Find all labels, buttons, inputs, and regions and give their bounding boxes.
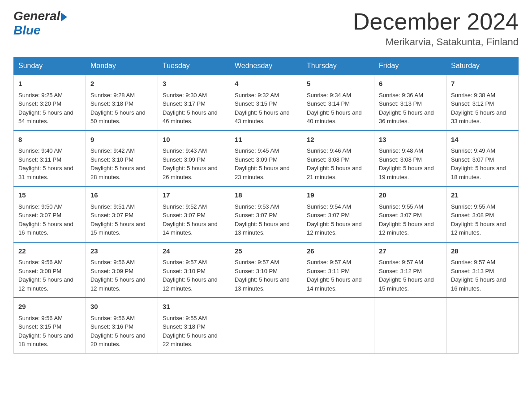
- day-number: 6: [379, 79, 442, 89]
- day-number: 30: [90, 302, 153, 312]
- day-info: Sunrise: 9:43 AMSunset: 3:09 PMDaylight:…: [163, 146, 225, 181]
- day-cell-16: 16Sunrise: 9:51 AMSunset: 3:07 PMDayligh…: [86, 186, 158, 242]
- day-number: 22: [18, 246, 81, 257]
- day-cell-1: 1Sunrise: 9:25 AMSunset: 3:20 PMDaylight…: [14, 75, 86, 131]
- logo-general-text: General: [13, 9, 60, 23]
- day-number: 3: [163, 79, 225, 89]
- column-header-sunday: Sunday: [14, 57, 86, 75]
- day-info: Sunrise: 9:57 AMSunset: 3:11 PMDaylight:…: [307, 258, 369, 293]
- day-cell-28: 28Sunrise: 9:57 AMSunset: 3:13 PMDayligh…: [446, 242, 519, 298]
- day-cell-6: 6Sunrise: 9:36 AMSunset: 3:13 PMDaylight…: [374, 75, 446, 131]
- title-block: December 2024 Merikarvia, Satakunta, Fin…: [353, 9, 519, 48]
- week-row-2: 8Sunrise: 9:40 AMSunset: 3:11 PMDaylight…: [14, 131, 519, 187]
- day-info: Sunrise: 9:57 AMSunset: 3:10 PMDaylight:…: [163, 258, 225, 293]
- week-row-3: 15Sunrise: 9:50 AMSunset: 3:07 PMDayligh…: [14, 186, 519, 242]
- day-cell-29: 29Sunrise: 9:56 AMSunset: 3:15 PMDayligh…: [14, 298, 86, 353]
- day-info: Sunrise: 9:57 AMSunset: 3:10 PMDaylight:…: [235, 258, 297, 293]
- day-number: 16: [90, 190, 153, 201]
- empty-cell: [230, 298, 302, 353]
- day-number: 14: [451, 135, 514, 145]
- day-info: Sunrise: 9:54 AMSunset: 3:07 PMDaylight:…: [307, 202, 369, 237]
- day-info: Sunrise: 9:30 AMSunset: 3:17 PMDaylight:…: [163, 91, 225, 126]
- day-number: 9: [90, 135, 153, 145]
- day-cell-15: 15Sunrise: 9:50 AMSunset: 3:07 PMDayligh…: [14, 186, 86, 242]
- day-info: Sunrise: 9:56 AMSunset: 3:16 PMDaylight:…: [90, 314, 153, 349]
- day-info: Sunrise: 9:40 AMSunset: 3:11 PMDaylight:…: [18, 146, 81, 181]
- logo: General Blue: [13, 9, 67, 38]
- calendar-table: SundayMondayTuesdayWednesdayThursdayFrid…: [13, 57, 519, 354]
- column-header-thursday: Thursday: [302, 57, 374, 75]
- day-number: 29: [18, 302, 81, 312]
- day-cell-5: 5Sunrise: 9:34 AMSunset: 3:14 PMDaylight…: [302, 75, 374, 131]
- day-number: 24: [163, 246, 225, 257]
- day-number: 1: [18, 79, 81, 89]
- day-info: Sunrise: 9:49 AMSunset: 3:07 PMDaylight:…: [451, 146, 514, 181]
- day-number: 26: [307, 246, 369, 257]
- day-cell-9: 9Sunrise: 9:42 AMSunset: 3:10 PMDaylight…: [86, 131, 158, 187]
- day-cell-20: 20Sunrise: 9:55 AMSunset: 3:07 PMDayligh…: [374, 186, 446, 242]
- day-cell-7: 7Sunrise: 9:38 AMSunset: 3:12 PMDaylight…: [446, 75, 519, 131]
- day-info: Sunrise: 9:57 AMSunset: 3:12 PMDaylight:…: [379, 258, 442, 293]
- day-info: Sunrise: 9:55 AMSunset: 3:07 PMDaylight:…: [379, 202, 442, 237]
- day-cell-18: 18Sunrise: 9:53 AMSunset: 3:07 PMDayligh…: [230, 186, 302, 242]
- day-cell-14: 14Sunrise: 9:49 AMSunset: 3:07 PMDayligh…: [446, 131, 519, 187]
- day-number: 8: [18, 135, 81, 145]
- calendar-subtitle: Merikarvia, Satakunta, Finland: [353, 36, 519, 48]
- day-cell-13: 13Sunrise: 9:48 AMSunset: 3:08 PMDayligh…: [374, 131, 446, 187]
- day-number: 28: [451, 246, 514, 257]
- day-info: Sunrise: 9:56 AMSunset: 3:15 PMDaylight:…: [18, 314, 81, 349]
- column-header-tuesday: Tuesday: [158, 57, 230, 75]
- day-info: Sunrise: 9:46 AMSunset: 3:08 PMDaylight:…: [307, 146, 369, 181]
- day-info: Sunrise: 9:56 AMSunset: 3:09 PMDaylight:…: [90, 258, 153, 293]
- day-number: 21: [451, 190, 514, 201]
- day-cell-8: 8Sunrise: 9:40 AMSunset: 3:11 PMDaylight…: [14, 131, 86, 187]
- day-cell-23: 23Sunrise: 9:56 AMSunset: 3:09 PMDayligh…: [86, 242, 158, 298]
- day-cell-22: 22Sunrise: 9:56 AMSunset: 3:08 PMDayligh…: [14, 242, 86, 298]
- day-cell-17: 17Sunrise: 9:52 AMSunset: 3:07 PMDayligh…: [158, 186, 230, 242]
- logo-arrow-icon: [61, 13, 67, 21]
- day-info: Sunrise: 9:48 AMSunset: 3:08 PMDaylight:…: [379, 146, 442, 181]
- day-info: Sunrise: 9:53 AMSunset: 3:07 PMDaylight:…: [235, 202, 297, 237]
- day-cell-31: 31Sunrise: 9:55 AMSunset: 3:18 PMDayligh…: [158, 298, 230, 353]
- day-info: Sunrise: 9:36 AMSunset: 3:13 PMDaylight:…: [379, 91, 442, 126]
- day-info: Sunrise: 9:57 AMSunset: 3:13 PMDaylight:…: [451, 258, 514, 293]
- day-number: 12: [307, 135, 369, 145]
- day-cell-4: 4Sunrise: 9:32 AMSunset: 3:15 PMDaylight…: [230, 75, 302, 131]
- empty-cell: [374, 298, 446, 353]
- day-number: 7: [451, 79, 514, 89]
- calendar-title: December 2024: [353, 9, 519, 34]
- empty-cell: [446, 298, 519, 353]
- day-cell-27: 27Sunrise: 9:57 AMSunset: 3:12 PMDayligh…: [374, 242, 446, 298]
- day-number: 17: [163, 190, 225, 201]
- day-cell-25: 25Sunrise: 9:57 AMSunset: 3:10 PMDayligh…: [230, 242, 302, 298]
- day-number: 31: [163, 302, 225, 312]
- day-number: 27: [379, 246, 442, 257]
- day-info: Sunrise: 9:50 AMSunset: 3:07 PMDaylight:…: [18, 202, 81, 237]
- day-number: 4: [235, 79, 297, 89]
- week-row-4: 22Sunrise: 9:56 AMSunset: 3:08 PMDayligh…: [14, 242, 519, 298]
- day-number: 13: [379, 135, 442, 145]
- day-cell-30: 30Sunrise: 9:56 AMSunset: 3:16 PMDayligh…: [86, 298, 158, 353]
- week-row-5: 29Sunrise: 9:56 AMSunset: 3:15 PMDayligh…: [14, 298, 519, 353]
- day-number: 25: [235, 246, 297, 257]
- column-header-monday: Monday: [86, 57, 158, 75]
- column-header-saturday: Saturday: [446, 57, 519, 75]
- empty-cell: [302, 298, 374, 353]
- day-info: Sunrise: 9:38 AMSunset: 3:12 PMDaylight:…: [451, 91, 514, 126]
- day-info: Sunrise: 9:28 AMSunset: 3:18 PMDaylight:…: [90, 91, 153, 126]
- day-number: 18: [235, 190, 297, 201]
- logo-blue-text: Blue: [13, 23, 67, 38]
- day-cell-3: 3Sunrise: 9:30 AMSunset: 3:17 PMDaylight…: [158, 75, 230, 131]
- day-number: 5: [307, 79, 369, 89]
- day-number: 20: [379, 190, 442, 201]
- day-number: 11: [235, 135, 297, 145]
- column-header-friday: Friday: [374, 57, 446, 75]
- day-cell-24: 24Sunrise: 9:57 AMSunset: 3:10 PMDayligh…: [158, 242, 230, 298]
- day-info: Sunrise: 9:32 AMSunset: 3:15 PMDaylight:…: [235, 91, 297, 126]
- day-cell-26: 26Sunrise: 9:57 AMSunset: 3:11 PMDayligh…: [302, 242, 374, 298]
- day-info: Sunrise: 9:52 AMSunset: 3:07 PMDaylight:…: [163, 202, 225, 237]
- day-info: Sunrise: 9:45 AMSunset: 3:09 PMDaylight:…: [235, 146, 297, 181]
- day-cell-19: 19Sunrise: 9:54 AMSunset: 3:07 PMDayligh…: [302, 186, 374, 242]
- day-number: 2: [90, 79, 153, 89]
- day-info: Sunrise: 9:34 AMSunset: 3:14 PMDaylight:…: [307, 91, 369, 126]
